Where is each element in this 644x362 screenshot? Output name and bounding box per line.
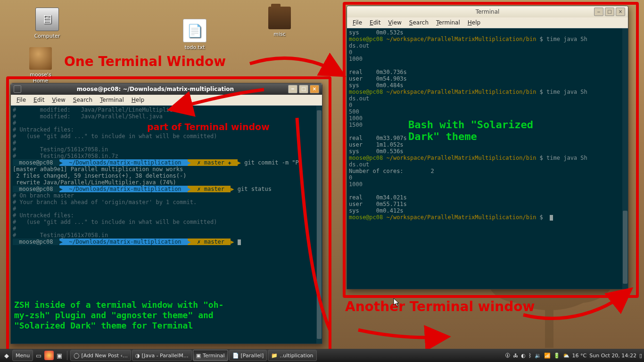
eclipse-icon: ◑ <box>135 353 140 359</box>
separator <box>67 351 67 360</box>
terminal-window-left[interactable]: moose@pc08: ~/Downloads/matrix-multiplic… <box>10 83 322 344</box>
window-icon <box>14 85 21 93</box>
task-button[interactable]: 📄[Parallel] <box>229 350 267 361</box>
menu-file[interactable]: File <box>349 18 366 27</box>
menu-help[interactable]: Help <box>464 18 484 27</box>
terminal-icon: ▣ <box>196 353 201 359</box>
menu-view[interactable]: View <box>384 18 405 27</box>
chrome-icon: ◯ <box>74 353 79 359</box>
scrollbar[interactable] <box>622 28 628 289</box>
icon-label: Computer <box>29 33 65 39</box>
menu-search[interactable]: Search <box>405 18 432 27</box>
tray-icon[interactable]: ◐ <box>521 353 526 359</box>
home-icon <box>29 47 52 70</box>
terminal-window-right[interactable]: Terminal ‒ □ × File Edit View Search Ter… <box>347 6 628 289</box>
desktop-icon-todo[interactable]: 📄 todo.txt <box>177 19 213 50</box>
annotation-text-one-terminal: One Terminal Window <box>64 54 226 69</box>
menu-view[interactable]: View <box>48 96 69 104</box>
menu-edit[interactable]: Edit <box>30 96 48 104</box>
clock[interactable]: Sun Oct 20, 14:22 <box>589 353 636 359</box>
close-button[interactable]: × <box>310 85 319 93</box>
task-button[interactable]: ▣Terminal <box>193 350 228 361</box>
menu-terminal[interactable]: Terminal <box>432 18 464 27</box>
terminal-output[interactable]: sys 0m0.532smoose@pc08 ~/workspace/Paral… <box>347 28 628 289</box>
scrollbar-thumb[interactable] <box>623 211 627 284</box>
menu-search[interactable]: Search <box>69 96 96 104</box>
desktop-icon-misc[interactable]: misc <box>262 7 297 37</box>
chrome-icon[interactable] <box>44 351 54 360</box>
taskbar[interactable]: ◆ Menu ▭ ▣ ◯[Add New Post ‹… ◑[Java - Pa… <box>0 349 644 362</box>
weather-icon[interactable]: ⛅ <box>563 353 570 359</box>
menu-file[interactable]: File <box>13 96 30 104</box>
menubar[interactable]: File Edit View Search Terminal Help <box>347 17 628 28</box>
show-desktop-icon[interactable]: ▭ <box>34 351 43 360</box>
file-icon: 📄 <box>183 19 206 42</box>
titlebar[interactable]: Terminal ‒ □ × <box>347 6 628 17</box>
annotation-text-another-terminal: Another Terminal window <box>345 299 535 314</box>
titlebar[interactable]: moose@pc08: ~/Downloads/matrix-multiplic… <box>11 83 322 95</box>
gedit-icon: 📄 <box>232 353 239 359</box>
menu-button[interactable]: Menu <box>12 350 33 361</box>
desktop-icon-home[interactable]: moose's Home <box>23 47 58 84</box>
minimize-button[interactable]: ‒ <box>594 8 603 16</box>
window-title: moose@pc08: ~/Downloads/matrix-multiplic… <box>24 86 287 92</box>
scrollbar[interactable] <box>316 106 322 344</box>
maximize-button[interactable]: □ <box>299 85 308 93</box>
bluetooth-icon[interactable]: ᛒ <box>528 353 532 359</box>
task-button[interactable]: 📁..ultiplication <box>268 350 316 361</box>
tray-icon[interactable]: ▯ <box>639 353 642 359</box>
weather-temp: 16 °C <box>572 353 587 359</box>
system-tray[interactable]: 🛈 🖧 ◐ ᛒ 🔉 📶 🔋 ⛅ 16 °C Sun Oct 20, 14:22 … <box>505 353 642 359</box>
minimize-button[interactable]: ‒ <box>288 85 297 93</box>
start-menu-icon[interactable]: ◆ <box>2 351 11 360</box>
task-button[interactable]: ◯[Add New Post ‹… <box>70 350 131 361</box>
icon-label: moose's Home <box>23 72 58 84</box>
tray-icon[interactable]: 🛈 <box>505 353 510 359</box>
nautilus-icon: 📁 <box>271 353 278 359</box>
terminal-launcher-icon[interactable]: ▣ <box>55 351 64 360</box>
menubar[interactable]: File Edit View Search Terminal Help <box>11 95 322 106</box>
icon-label: todo.txt <box>177 44 213 50</box>
menu-terminal[interactable]: Terminal <box>96 96 128 104</box>
maximize-button[interactable]: □ <box>605 8 614 16</box>
menu-edit[interactable]: Edit <box>366 18 384 27</box>
volume-icon[interactable]: 🔉 <box>535 353 541 359</box>
wifi-icon[interactable]: 📶 <box>544 353 551 359</box>
terminal-output[interactable]: # modified: Java/Parallel/LineMultiplier… <box>11 106 322 344</box>
scrollbar-thumb[interactable] <box>317 110 322 339</box>
svg-rect-0 <box>545 291 553 348</box>
menu-help[interactable]: Help <box>128 96 148 104</box>
folder-icon <box>268 7 291 29</box>
battery-icon[interactable]: 🔋 <box>553 353 560 359</box>
window-title: Terminal <box>350 8 625 15</box>
computer-icon: 🖥 <box>35 8 59 31</box>
network-icon[interactable]: 🖧 <box>513 353 518 359</box>
task-button[interactable]: ◑[Java - ParallelM… <box>132 350 192 361</box>
desktop-icon-computer[interactable]: 🖥 Computer <box>29 8 65 39</box>
close-button[interactable]: × <box>616 8 625 16</box>
icon-label: misc <box>262 31 297 37</box>
mouse-cursor <box>393 298 400 307</box>
